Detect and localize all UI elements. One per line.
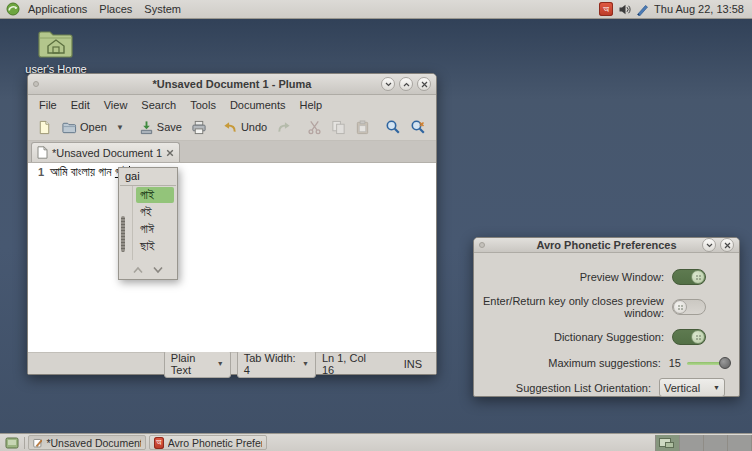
desktop-icon-home[interactable]: user's Home xyxy=(12,27,100,75)
menu-applications[interactable]: Applications xyxy=(22,0,93,18)
taskbar-item-label: Avro Phonetic Preferen... xyxy=(168,437,262,449)
taskbar-item-pluma[interactable]: *Unsaved Document 1 -... xyxy=(28,435,146,450)
dictionary-suggestion-row: Dictionary Suggestion: xyxy=(474,322,739,352)
committed-text: আমি বাংলায় গান xyxy=(50,165,115,179)
suggestion-item[interactable]: ছাই xyxy=(136,238,174,254)
language-selector[interactable]: Plain Text▼ xyxy=(164,350,231,378)
close-button[interactable] xyxy=(417,77,431,91)
menu-tools[interactable]: Tools xyxy=(183,97,223,113)
chevron-down-icon: ▼ xyxy=(116,123,124,132)
volume-icon[interactable] xyxy=(618,3,631,16)
clock[interactable]: Thu Aug 22, 13:58 xyxy=(654,3,746,15)
page-down-icon[interactable] xyxy=(153,266,163,274)
prefs-titlebar[interactable]: Avro Phonetic Preferences xyxy=(474,238,739,253)
redo-icon xyxy=(276,120,292,135)
ibus-pen-icon[interactable] xyxy=(636,3,649,16)
prefs-body: Preview Window: Enter/Return key only cl… xyxy=(474,253,739,401)
menu-documents[interactable]: Documents xyxy=(223,97,293,113)
workspace-3[interactable] xyxy=(704,435,728,451)
language-label: Plain Text xyxy=(171,352,213,376)
pluma-toolbar: Open ▼ Save Undo xyxy=(28,114,436,141)
preview-window-row: Preview Window: xyxy=(474,262,739,292)
suggestion-item[interactable]: গাই xyxy=(136,187,174,203)
document-icon xyxy=(37,146,48,159)
find-button[interactable] xyxy=(382,117,404,137)
enter-closes-preview-toggle[interactable] xyxy=(672,299,706,315)
max-suggestions-slider[interactable] xyxy=(687,362,725,365)
menu-help[interactable]: Help xyxy=(293,97,330,113)
menu-view[interactable]: View xyxy=(97,97,135,113)
avro-tray-icon[interactable]: অ xyxy=(599,2,613,16)
taskbar-item-avro-prefs[interactable]: অ Avro Phonetic Preferen... xyxy=(149,435,267,450)
suggestion-item[interactable]: গই xyxy=(136,204,174,220)
slider-knob[interactable] xyxy=(719,357,731,369)
romanized-input: gai xyxy=(119,168,177,185)
menu-search[interactable]: Search xyxy=(134,97,183,113)
menu-applications-label: Applications xyxy=(28,3,87,15)
orientation-select[interactable]: Vertical▼ xyxy=(659,378,725,397)
pluma-icon xyxy=(33,437,42,449)
bottom-panel: *Unsaved Document 1 -... অ Avro Phonetic… xyxy=(0,433,752,451)
menu-edit[interactable]: Edit xyxy=(64,97,97,113)
close-button[interactable] xyxy=(720,238,734,252)
dictionary-suggestion-toggle[interactable] xyxy=(672,329,706,345)
undo-button[interactable]: Undo xyxy=(219,118,270,137)
cut-button[interactable] xyxy=(304,118,325,137)
save-icon xyxy=(139,120,154,135)
preview-window-label: Preview Window: xyxy=(474,271,664,283)
maximize-button[interactable] xyxy=(399,77,413,91)
taskbar-item-label: *Unsaved Document 1 -... xyxy=(46,437,141,449)
workspace-4[interactable] xyxy=(728,435,752,451)
paste-icon xyxy=(355,120,370,135)
workspace-2[interactable] xyxy=(680,435,704,451)
open-button-label: Open xyxy=(80,121,107,133)
preview-window-toggle[interactable] xyxy=(672,269,706,285)
orientation-value: Vertical xyxy=(664,382,700,394)
menu-system-label: System xyxy=(144,3,181,15)
replace-button[interactable] xyxy=(407,117,429,137)
open-recent-dropdown[interactable]: ▼ xyxy=(113,121,127,134)
insert-mode-indicator: INS xyxy=(404,358,422,370)
show-desktop-button[interactable] xyxy=(2,435,22,451)
max-suggestions-value: 15 xyxy=(669,357,681,369)
tab-unsaved-document[interactable]: *Unsaved Document 1 xyxy=(31,142,180,162)
minimize-button[interactable] xyxy=(702,238,716,252)
workspace-1[interactable] xyxy=(656,435,680,451)
save-button[interactable]: Save xyxy=(136,118,185,137)
menu-system[interactable]: System xyxy=(138,0,187,18)
tab-close-icon[interactable] xyxy=(166,149,174,157)
menu-file[interactable]: File xyxy=(32,97,64,113)
panel-divider xyxy=(24,437,25,449)
paste-button[interactable] xyxy=(352,118,373,137)
window-menu-icon[interactable] xyxy=(479,242,485,248)
minimize-button[interactable] xyxy=(381,77,395,91)
editor-area[interactable]: 1 আমি বাংলায় গান গাই xyxy=(28,163,436,352)
top-panel: Applications Places System অ Thu Aug 22,… xyxy=(0,0,752,19)
suggestion-item[interactable]: গাঈ xyxy=(136,221,174,237)
print-button[interactable] xyxy=(188,118,210,137)
copy-icon xyxy=(331,120,346,135)
pluma-window-title: *Unsaved Document 1 - Pluma xyxy=(28,78,436,90)
window-menu-icon[interactable] xyxy=(33,81,39,87)
dictionary-suggestion-label: Dictionary Suggestion: xyxy=(474,331,664,343)
pluma-titlebar[interactable]: *Unsaved Document 1 - Pluma xyxy=(28,74,436,95)
avro-preferences-window: Avro Phonetic Preferences Preview Window… xyxy=(473,237,740,397)
copy-button[interactable] xyxy=(328,118,349,137)
distro-logo-icon[interactable] xyxy=(6,2,20,16)
cut-icon xyxy=(307,120,322,135)
popup-scrollbar[interactable] xyxy=(121,216,125,252)
new-document-button[interactable] xyxy=(34,118,55,137)
cursor-position: Ln 1, Col 16 xyxy=(322,352,376,376)
line-number: 1 xyxy=(28,165,44,352)
open-button[interactable]: Open xyxy=(58,118,110,137)
search-icon xyxy=(385,119,401,135)
menu-places[interactable]: Places xyxy=(93,0,138,18)
redo-button[interactable] xyxy=(273,118,295,137)
search-replace-icon xyxy=(410,119,426,135)
chevron-down-icon: ▼ xyxy=(217,360,224,367)
workspace-switcher xyxy=(655,435,752,451)
print-icon xyxy=(191,120,207,135)
enter-closes-preview-label: Enter/Return key only closes preview win… xyxy=(474,295,664,319)
page-up-icon[interactable] xyxy=(133,266,143,274)
tab-width-selector[interactable]: Tab Width: 4▼ xyxy=(237,350,316,378)
